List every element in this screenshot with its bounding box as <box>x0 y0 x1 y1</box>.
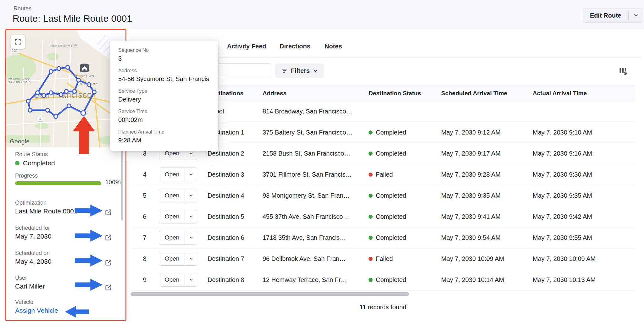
cell-destination-name: Destination 3 <box>204 171 261 178</box>
external-link-icon[interactable] <box>105 234 112 241</box>
breadcrumb[interactable]: Routes <box>14 5 31 12</box>
records-found: 11 records found <box>130 304 635 311</box>
cell-actual-arrival: May 7, 2030 9:10 AM <box>531 129 635 136</box>
chevron-down-icon <box>189 151 194 156</box>
open-menu-button[interactable] <box>185 273 197 286</box>
open-menu-button[interactable] <box>185 168 197 181</box>
cell-destination-status: Failed <box>365 171 440 178</box>
svg-text:101: 101 <box>12 49 18 52</box>
filters-label: Filters <box>291 67 310 74</box>
cell-address: 12 Hemway Terrace, San Fr… <box>261 276 365 284</box>
cell-sequence: 4 <box>130 171 159 178</box>
planned-arrival-value: 9:28 AM <box>118 137 210 144</box>
address-label: Address <box>118 68 210 74</box>
open-menu-button[interactable] <box>185 189 197 202</box>
progress-fill <box>15 181 101 185</box>
cell-destination-status: Completed <box>365 213 440 220</box>
tab-activity-feed[interactable]: Activity Feed <box>227 43 266 50</box>
progress-label: Progress <box>15 173 38 179</box>
route-detail-page: Routes Route: Last Mile Route 0001 Edit … <box>0 0 644 325</box>
chevron-down-icon <box>189 235 194 240</box>
open-menu-button[interactable] <box>185 210 197 223</box>
route-status-value: Completed <box>15 159 55 167</box>
open-menu-button[interactable] <box>185 252 197 265</box>
chevron-down-icon <box>313 69 318 73</box>
chevron-down-icon <box>189 193 194 198</box>
cell-destination-name: Destination 5 <box>204 213 261 220</box>
edit-route-button[interactable]: Edit Route <box>583 8 628 22</box>
header-destination-status: Destination Status <box>365 90 440 97</box>
open-button[interactable]: Open <box>159 252 197 266</box>
header-actual-arrival: Actual Arrival Time <box>531 90 635 97</box>
status-text: Failed <box>376 255 393 262</box>
status-dot <box>369 215 373 219</box>
table-row[interactable]: 9 Open Destination 8 12 Hemway Terrace, … <box>130 269 635 290</box>
open-button-label: Open <box>159 189 185 202</box>
header-address: Address <box>261 90 365 97</box>
cell-sequence: 9 <box>130 276 159 284</box>
column-settings-button[interactable] <box>616 65 630 77</box>
route-map[interactable]: San Francisco <box>6 30 125 147</box>
cell-destination-name: Destination 6 <box>204 234 261 241</box>
map-fullscreen-button[interactable] <box>11 35 25 49</box>
open-button[interactable]: Open <box>159 231 197 245</box>
table-row[interactable]: 8 Open Destination 7 96 Dellbrook Ave, S… <box>130 248 635 269</box>
annotation-arrow-left-blue <box>65 306 89 318</box>
cell-scheduled-arrival: May 7, 2030 9:17 AM <box>440 150 531 157</box>
cell-action: Open <box>159 210 204 223</box>
status-dot <box>369 278 373 282</box>
cell-destination-status: Failed <box>365 255 440 262</box>
header-scheduled-arrival: Scheduled Arrival Time <box>440 90 531 97</box>
cell-destination-status: Completed <box>365 234 440 241</box>
assign-vehicle-link[interactable]: Assign Vehicle <box>15 307 58 314</box>
cell-action: Open <box>159 252 204 266</box>
open-button[interactable]: Open <box>159 189 197 202</box>
status-dot-green <box>15 161 19 165</box>
optimization-label: Optimization <box>15 200 47 206</box>
cell-actual-arrival: May 7, 2030 9:35 AM <box>531 192 635 199</box>
external-link-icon[interactable] <box>105 284 112 291</box>
depot-marker[interactable] <box>80 63 89 73</box>
open-button[interactable]: Open <box>159 210 197 223</box>
edit-route-menu-button[interactable] <box>629 8 643 22</box>
open-button-label: Open <box>159 210 185 223</box>
filters-button[interactable]: Filters <box>275 63 324 78</box>
open-button[interactable]: Open <box>159 273 197 287</box>
tab-directions[interactable]: Directions <box>280 43 310 50</box>
cell-scheduled-arrival: May 7, 2030 9:35 AM <box>440 192 531 199</box>
cell-actual-arrival: May 7, 2030 10:13 AM <box>531 276 635 284</box>
panel-scrollbar[interactable] <box>121 151 123 221</box>
status-text: Completed <box>376 276 406 284</box>
status-text: Completed <box>376 213 406 220</box>
open-button-label: Open <box>159 273 185 286</box>
status-dot <box>369 194 373 198</box>
google-logo: Google <box>10 138 30 145</box>
horizontal-scrollbar[interactable] <box>130 292 409 296</box>
open-button[interactable]: Open <box>159 168 197 181</box>
cell-scheduled-arrival: May 7, 2030 9:28 AM <box>440 171 531 178</box>
edit-route-split-button: Edit Route <box>583 8 643 23</box>
table-row[interactable]: 4 Open Destination 3 3701 Fillmore St, S… <box>130 164 635 185</box>
table-row[interactable]: 6 Open Destination 5 455 37th Ave, San F… <box>130 206 635 227</box>
cell-sequence: 5 <box>130 192 159 199</box>
tab-notes[interactable]: Notes <box>325 43 342 50</box>
scheduled-on-label: Scheduled on <box>15 250 50 256</box>
external-link-icon[interactable] <box>105 259 112 266</box>
external-link-icon[interactable] <box>105 209 112 216</box>
scheduled-for-value: May 7, 2030 <box>15 233 52 240</box>
cell-scheduled-arrival: May 7, 2030 10:09 AM <box>440 255 531 262</box>
cell-action: Open <box>159 273 204 287</box>
table-row[interactable]: 7 Open Destination 6 1718 35th Ave, San … <box>130 227 635 248</box>
svg-text:SAN FRANCIS: SAN FRANCIS <box>8 80 31 84</box>
cell-action: Open <box>159 231 204 245</box>
sequence-no-value: 3 <box>118 55 210 62</box>
user-label: User <box>15 275 27 281</box>
annotation-arrow-right-blue <box>75 279 103 291</box>
chevron-down-icon <box>189 256 194 261</box>
open-menu-button[interactable] <box>185 231 197 244</box>
cell-destination-status: Completed <box>365 129 440 136</box>
annotation-arrow-right-blue <box>75 205 103 217</box>
chevron-down-icon <box>189 277 194 282</box>
table-row[interactable]: 5 Open Destination 4 93 Montgomery St, S… <box>130 185 635 206</box>
chevron-down-icon <box>189 172 194 177</box>
